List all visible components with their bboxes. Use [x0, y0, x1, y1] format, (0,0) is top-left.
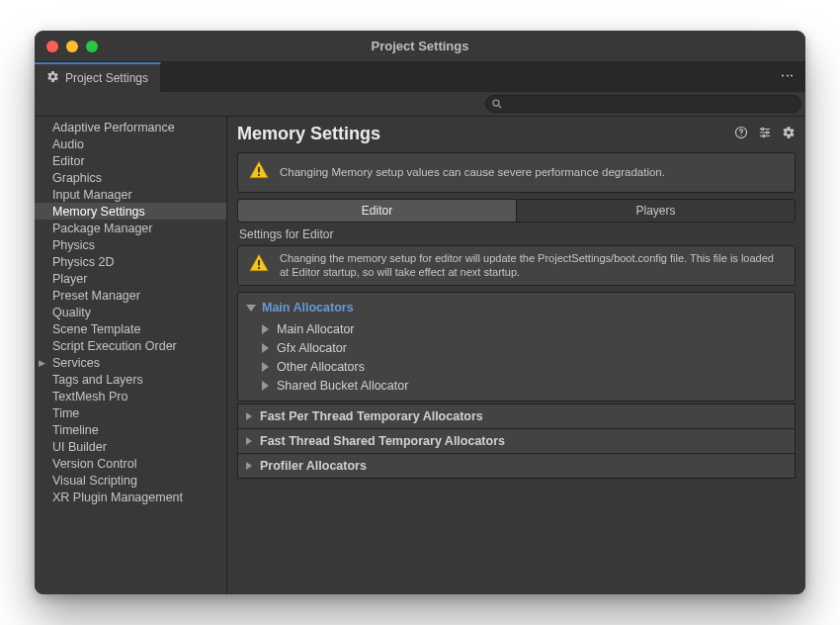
sidebar-item-time[interactable]: Time	[35, 404, 226, 421]
allocator-foldout-main-allocator[interactable]: Main Allocator	[262, 319, 795, 338]
triangle-right-icon	[246, 462, 252, 470]
svg-point-3	[740, 134, 741, 135]
help-icon[interactable]	[734, 126, 748, 142]
warning-icon	[248, 252, 270, 278]
foldout-label: Fast Per Thread Temporary Allocators	[260, 409, 483, 423]
sidebar-item-player[interactable]: Player	[35, 270, 226, 287]
sidebar-item-label: UI Builder	[52, 440, 107, 454]
sidebar-item-input-manager[interactable]: Input Manager	[35, 186, 226, 203]
sidebar-item-adaptive-performance[interactable]: Adaptive Performance	[35, 119, 226, 135]
header-icons	[734, 126, 796, 142]
close-window-button[interactable]	[46, 41, 58, 52]
sidebar-item-version-control[interactable]: Version Control	[35, 455, 226, 472]
expand-triangle-icon: ▶	[39, 358, 45, 368]
sidebar-item-label: XR Plugin Management	[52, 491, 183, 504]
allocator-foldout-shared-bucket-allocator[interactable]: Shared Bucket Allocator	[262, 376, 795, 395]
sidebar-item-label: Time	[52, 406, 79, 420]
sidebar-item-label: Player	[52, 272, 87, 286]
sidebar-item-physics-2d[interactable]: Physics 2D	[35, 253, 226, 270]
sidebar-item-services[interactable]: ▶Services	[35, 354, 226, 371]
sidebar-item-ui-builder[interactable]: UI Builder	[35, 438, 226, 455]
sidebar-item-label: Version Control	[52, 457, 136, 471]
sidebar-item-label: Tags and Layers	[52, 373, 143, 387]
gear-icon	[46, 70, 59, 86]
main-content: Changing Memory setup values can cause s…	[227, 152, 805, 594]
sidebar-item-label: Graphics	[52, 171, 102, 185]
tab-label: Project Settings	[65, 71, 148, 85]
sidebar-item-quality[interactable]: Quality	[35, 304, 226, 320]
allocator-label: Gfx Allocator	[277, 341, 347, 355]
platform-tabs: Editor Players	[237, 199, 796, 223]
sidebar-item-label: Services	[52, 356, 100, 370]
allocator-foldout-gfx-allocator[interactable]: Gfx Allocator	[262, 338, 795, 357]
svg-point-7	[762, 128, 764, 130]
triangle-right-icon	[246, 412, 252, 420]
sidebar-item-label: Memory Settings	[52, 205, 145, 219]
svg-rect-10	[258, 167, 260, 173]
minimize-window-button[interactable]	[66, 41, 78, 52]
tab-players[interactable]: Players	[516, 199, 796, 223]
svg-point-13	[258, 267, 260, 269]
main-allocators-foldout[interactable]: Main Allocators	[238, 299, 795, 316]
sidebar-item-label: Visual Scripting	[52, 474, 137, 488]
triangle-right-icon	[262, 381, 269, 391]
allocator-foldout-other-allocators[interactable]: Other Allocators	[262, 357, 795, 376]
foldout-label: Profiler Allocators	[260, 459, 367, 473]
sidebar-item-label: Physics	[52, 238, 95, 252]
page-title: Memory Settings	[237, 124, 380, 144]
window-controls	[46, 41, 98, 52]
search-input[interactable]	[506, 98, 793, 110]
sidebar-item-graphics[interactable]: Graphics	[35, 169, 226, 186]
tab-project-settings[interactable]: Project Settings	[35, 62, 161, 92]
sidebar-item-editor[interactable]: Editor	[35, 152, 226, 169]
sidebar-item-label: Scene Template	[52, 322, 140, 336]
bottom-foldouts: Fast Per Thread Temporary AllocatorsFast…	[237, 403, 796, 479]
sidebar-item-script-execution-order[interactable]: Script Execution Order	[35, 337, 226, 354]
top-warning: Changing Memory setup values can cause s…	[237, 152, 796, 193]
sidebar-item-label: Timeline	[52, 423, 99, 437]
titlebar: Project Settings	[35, 31, 805, 62]
maximize-window-button[interactable]	[86, 41, 98, 52]
sub-warning-text: Changing the memory setup for editor wil…	[280, 251, 785, 281]
sidebar-item-package-manager[interactable]: Package Manager	[35, 220, 226, 236]
sidebar-item-tags-and-layers[interactable]: Tags and Layers	[35, 371, 226, 388]
sidebar-item-textmesh-pro[interactable]: TextMesh Pro	[35, 388, 226, 404]
triangle-right-icon	[262, 343, 269, 353]
sidebar-item-visual-scripting[interactable]: Visual Scripting	[35, 472, 226, 489]
sidebar-item-audio[interactable]: Audio	[35, 135, 226, 152]
search-box[interactable]	[485, 95, 801, 113]
sidebar-item-label: Package Manager	[52, 222, 152, 235]
triangle-right-icon	[246, 437, 252, 445]
window-menu-button[interactable]: ⋮	[781, 69, 796, 83]
sidebar-item-xr-plugin-management[interactable]: XR Plugin Management	[35, 489, 226, 505]
settings-sidebar: Adaptive PerformanceAudioEditorGraphicsI…	[35, 117, 227, 594]
sidebar-item-scene-template[interactable]: Scene Template	[35, 320, 226, 337]
main-allocators-section: Main Allocators Main AllocatorGfx Alloca…	[237, 292, 796, 402]
allocators-list: Main AllocatorGfx AllocatorOther Allocat…	[238, 316, 795, 397]
sidebar-item-preset-manager[interactable]: Preset Manager	[35, 287, 226, 304]
svg-point-0	[493, 100, 499, 106]
triangle-right-icon	[262, 324, 269, 334]
svg-point-11	[258, 174, 260, 176]
preset-icon[interactable]	[758, 126, 772, 142]
svg-point-9	[763, 134, 765, 136]
search-row	[35, 92, 805, 116]
sidebar-item-label: Physics 2D	[52, 255, 115, 269]
sidebar-item-physics[interactable]: Physics	[35, 236, 226, 253]
svg-point-8	[766, 132, 768, 134]
settings-subtitle: Settings for Editor	[237, 223, 796, 245]
sidebar-item-timeline[interactable]: Timeline	[35, 421, 226, 438]
tab-editor[interactable]: Editor	[237, 199, 516, 223]
allocator-label: Main Allocator	[277, 322, 355, 336]
foldout-profiler-allocators[interactable]: Profiler Allocators	[237, 454, 796, 479]
sub-warning: Changing the memory setup for editor wil…	[237, 245, 796, 287]
settings-gear-icon[interactable]	[782, 126, 796, 142]
foldout-fast-thread-shared-temporary-allocators[interactable]: Fast Thread Shared Temporary Allocators	[237, 429, 796, 454]
foldout-label: Fast Thread Shared Temporary Allocators	[260, 434, 505, 448]
main-header: Memory Settings	[227, 117, 805, 152]
body: Adaptive PerformanceAudioEditorGraphicsI…	[35, 116, 805, 594]
sidebar-item-memory-settings[interactable]: Memory Settings	[35, 203, 226, 220]
window-title: Project Settings	[372, 39, 469, 53]
sidebar-item-label: Audio	[52, 137, 84, 151]
foldout-fast-per-thread-temporary-allocators[interactable]: Fast Per Thread Temporary Allocators	[237, 403, 796, 429]
